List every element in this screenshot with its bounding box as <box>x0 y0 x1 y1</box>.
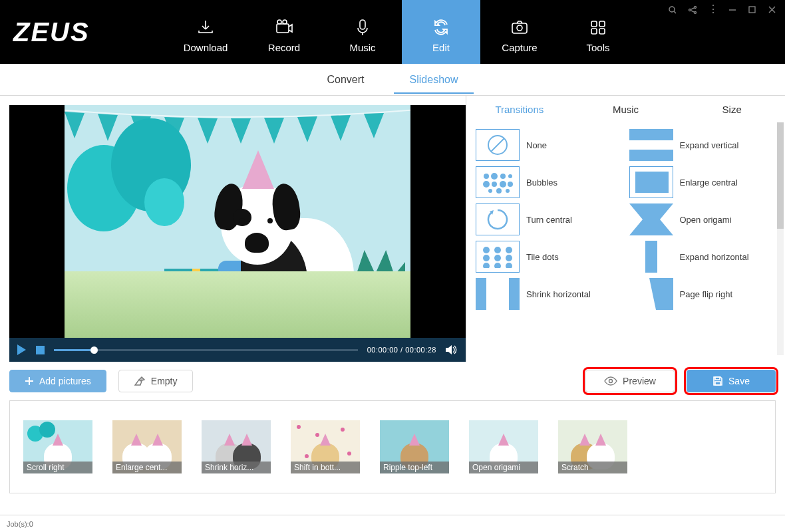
svg-rect-8 <box>591 29 597 34</box>
svg-marker-44 <box>629 203 673 235</box>
nav-label: Tools <box>586 42 609 53</box>
music-icon <box>352 18 373 37</box>
nav-tools[interactable]: Tools <box>559 0 637 64</box>
close-icon[interactable] <box>768 5 778 15</box>
svg-point-38 <box>508 182 513 187</box>
filmstrip-item[interactable]: Ripple top-left <box>380 420 449 473</box>
bubbles-icon <box>476 166 520 198</box>
svg-point-47 <box>506 247 512 253</box>
action-row: Add pictures Empty Preview Save <box>0 362 785 400</box>
nav-capture[interactable]: Capture <box>480 0 559 64</box>
transition-turn-central[interactable]: Turn central <box>476 203 623 235</box>
svg-marker-16 <box>98 114 118 141</box>
transition-enlarge-central[interactable]: Enlarge central <box>629 166 776 198</box>
filmstrip-item[interactable]: Scroll right <box>23 420 92 473</box>
filmstrip-item[interactable]: Shift in bott... <box>291 420 360 473</box>
preview-viewport <box>9 105 466 338</box>
svg-rect-58 <box>509 278 520 310</box>
time-display: 00:00:00 / 00:00:28 <box>367 346 436 354</box>
svg-marker-23 <box>331 115 351 141</box>
svg-point-37 <box>500 181 506 188</box>
svg-point-65 <box>315 433 319 437</box>
svg-point-5 <box>517 25 522 31</box>
none-icon <box>476 129 520 161</box>
save-icon <box>712 376 723 386</box>
save-button[interactable]: Save <box>687 370 776 392</box>
svg-point-45 <box>483 247 490 253</box>
svg-point-10 <box>669 7 675 12</box>
transition-none[interactable]: None <box>476 129 623 161</box>
svg-marker-15 <box>65 112 84 138</box>
svg-marker-19 <box>198 118 218 144</box>
tab-slideshow[interactable]: Slideshow <box>407 66 461 94</box>
svg-rect-9 <box>599 29 605 34</box>
open-origami-icon <box>629 203 673 235</box>
svg-marker-27 <box>446 345 452 354</box>
empty-button[interactable]: Empty <box>118 370 193 392</box>
maximize-icon[interactable] <box>748 5 758 15</box>
tab-music[interactable]: Music <box>573 96 679 122</box>
transition-shrink-horizontal[interactable]: Shrink horizontal <box>476 278 623 310</box>
svg-marker-25 <box>17 344 26 355</box>
add-pictures-button[interactable]: Add pictures <box>9 370 106 392</box>
svg-point-51 <box>483 263 490 268</box>
nav-music[interactable]: Music <box>323 0 402 64</box>
svg-point-31 <box>484 174 489 179</box>
svg-rect-3 <box>360 20 365 29</box>
nav-download[interactable]: Download <box>166 0 245 64</box>
preview-button[interactable]: Preview <box>585 370 675 392</box>
transition-expand-horizontal[interactable]: Expand horizontal <box>629 241 776 273</box>
nav-label: Download <box>184 42 228 53</box>
tab-transitions[interactable]: Transitions <box>466 96 573 122</box>
play-button[interactable] <box>17 344 27 355</box>
tab-size[interactable]: Size <box>679 96 785 122</box>
transition-expand-vertical[interactable]: Expand vertical <box>629 129 776 161</box>
main-area: 00:00:00 / 00:00:28 Transitions Music Si… <box>0 96 785 362</box>
volume-button[interactable] <box>446 344 458 355</box>
transition-tile-dots[interactable]: Tile dots <box>476 241 623 273</box>
app-logo: ZEUS <box>0 0 166 64</box>
filmstrip-item[interactable]: Scratch <box>558 420 627 473</box>
svg-point-40 <box>496 188 502 194</box>
svg-rect-42 <box>635 172 669 193</box>
panel-scrollbar[interactable] <box>777 122 784 355</box>
broom-icon <box>134 376 146 386</box>
filmstrip-item[interactable]: Shrink horiz... <box>202 420 271 473</box>
menu-icon[interactable]: ⋮ <box>708 5 718 15</box>
nav-label: Record <box>268 42 300 53</box>
seek-bar[interactable] <box>54 349 358 351</box>
record-icon <box>273 18 295 37</box>
jobs-count: 0 <box>29 520 33 528</box>
search-icon[interactable] <box>668 5 679 15</box>
svg-rect-62 <box>715 377 720 380</box>
svg-rect-30 <box>629 140 673 150</box>
transition-bubbles[interactable]: Bubbles <box>476 166 623 198</box>
filmstrip-item[interactable]: Open origami <box>469 420 538 473</box>
transition-page-flip-right[interactable]: Page flip right <box>629 278 776 310</box>
transition-open-origami[interactable]: Open origami <box>629 203 776 235</box>
minimize-icon[interactable] <box>728 5 738 15</box>
share-icon[interactable] <box>688 5 699 15</box>
tab-convert[interactable]: Convert <box>325 66 367 94</box>
svg-rect-57 <box>476 278 486 310</box>
svg-point-50 <box>506 255 512 261</box>
svg-rect-7 <box>599 21 605 27</box>
stop-button[interactable] <box>36 346 45 354</box>
top-nav: ZEUS Download Record Music Edit <box>0 0 785 64</box>
svg-point-66 <box>341 428 345 432</box>
preview-player: 00:00:00 / 00:00:28 <box>0 96 466 362</box>
filmstrip-item[interactable]: Enlarge cent... <box>112 420 182 473</box>
panel-tabs: Transitions Music Size <box>466 96 785 122</box>
download-icon <box>195 18 216 37</box>
svg-point-69 <box>347 452 351 456</box>
svg-point-39 <box>488 189 492 193</box>
expand-vertical-icon <box>629 129 673 161</box>
svg-point-13 <box>695 12 697 14</box>
svg-point-52 <box>494 263 501 268</box>
nav-edit[interactable]: Edit <box>402 0 480 64</box>
nav-label: Edit <box>432 42 450 53</box>
nav-record[interactable]: Record <box>245 0 323 64</box>
page-flip-icon <box>629 278 673 310</box>
svg-point-11 <box>689 9 691 11</box>
svg-rect-63 <box>715 382 720 385</box>
